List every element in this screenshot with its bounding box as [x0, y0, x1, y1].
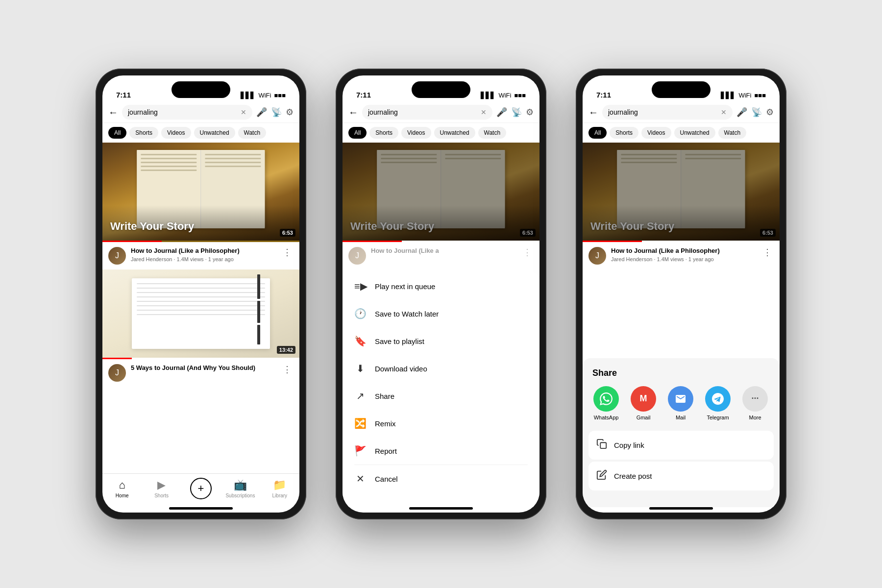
nav-subscriptions-1[interactable]: 📺 Subscriptions [220, 479, 260, 498]
chip-videos-3[interactable]: Videos [641, 127, 671, 139]
battery-icon-3: ■■■ [754, 92, 766, 99]
chip-videos-2[interactable]: Videos [401, 127, 431, 139]
clear-button-1[interactable]: ✕ [241, 108, 246, 116]
signal-icon-2: ▋▋▋ [481, 92, 495, 99]
video-thumb-2[interactable]: 13:42 [102, 270, 299, 359]
more-options-1[interactable]: ⋮ [281, 247, 294, 258]
nav-create-1[interactable]: + [181, 478, 220, 499]
video-thumb-1[interactable]: Write Your Story 6:53 [102, 143, 299, 242]
more-options-2[interactable]: ⋮ [281, 364, 294, 375]
battery-icon-2: ■■■ [514, 92, 526, 99]
chip-shorts-1[interactable]: Shorts [129, 127, 158, 139]
video-progress-2 [102, 358, 132, 359]
search-text-2: journaling [368, 108, 478, 116]
copy-link-label-3: Copy link [614, 441, 644, 449]
video-overlay-text-1: Write Your Story [102, 205, 299, 241]
chip-all-2[interactable]: All [348, 127, 367, 139]
search-input-wrap-2[interactable]: journaling ✕ [362, 105, 492, 120]
search-input-wrap-3[interactable]: journaling ✕ [602, 105, 733, 120]
menu-report-2[interactable]: 🚩 Report [343, 437, 539, 465]
search-bar-2: ← journaling ✕ 🎤 📡 ⚙ [343, 102, 539, 123]
filter-icon-1[interactable]: ⚙ [286, 107, 294, 118]
cast-icon-2[interactable]: 📡 [511, 107, 522, 118]
filter-row-3: All Shorts Videos Unwatched Watch [583, 123, 780, 143]
menu-play-next-label-2: Play next in queue [375, 282, 435, 291]
chip-unwatched-3[interactable]: Unwatched [674, 127, 715, 139]
menu-cancel-2[interactable]: ✕ Cancel [343, 465, 539, 492]
cast-icon-3[interactable]: 📡 [751, 107, 762, 118]
share-app-whatsapp[interactable]: WhatsApp [588, 386, 624, 421]
menu-share-2[interactable]: ↗ Share [343, 382, 539, 410]
menu-remix-label-2: Remix [375, 419, 396, 428]
menu-play-next-2[interactable]: ≡▶ Play next in queue [343, 272, 539, 300]
nav-shorts-1[interactable]: ▶ Shorts [142, 479, 181, 498]
menu-download-label-2: Download video [375, 365, 427, 373]
clear-button-2[interactable]: ✕ [481, 108, 487, 116]
video-progress-3 [583, 241, 642, 242]
chip-unwatched-2[interactable]: Unwatched [434, 127, 475, 139]
chip-all-3[interactable]: All [588, 127, 607, 139]
nav-library-1[interactable]: 📁 Library [260, 479, 299, 498]
video-sub-dimmed-3: Jared Henderson · 1.4M views · 1 year ag… [611, 256, 756, 262]
chip-watch-1[interactable]: Watch [238, 127, 267, 139]
menu-remix-2[interactable]: 🔀 Remix [343, 410, 539, 437]
status-icons-1: ▋▋▋ WiFi ■■■ [241, 92, 286, 99]
back-button-2[interactable]: ← [348, 107, 358, 118]
chip-videos-1[interactable]: Videos [161, 127, 191, 139]
video-duration-2: 13:42 [277, 346, 295, 354]
time-3: 7:11 [596, 91, 611, 99]
chip-shorts-3[interactable]: Shorts [610, 127, 638, 139]
create-button-1[interactable]: + [190, 478, 212, 499]
video-title-dimmed-3: How to Journal (Like a Philosopher) [611, 247, 756, 255]
library-icon-1: 📁 [273, 479, 286, 491]
video-overlay-text-2: Write Your Story [343, 205, 539, 241]
avatar-2: J [108, 364, 126, 382]
video-title-2: 5 Ways to Journal (And Why You Should) [131, 364, 276, 372]
chip-watch-3[interactable]: Watch [718, 127, 747, 139]
menu-save-playlist-label-2: Save to playlist [375, 337, 424, 345]
chip-unwatched-1[interactable]: Unwatched [194, 127, 235, 139]
more-apps-icon: ··· [742, 386, 768, 412]
mic-icon-3[interactable]: 🎤 [736, 107, 747, 118]
filter-icon-2[interactable]: ⚙ [526, 107, 534, 118]
share-app-gmail[interactable]: M Gmail [626, 386, 661, 421]
back-button-1[interactable]: ← [108, 107, 118, 118]
video-duration-2b: 6:53 [520, 229, 536, 237]
cancel-icon-2: ✕ [354, 473, 366, 485]
menu-save-playlist-2[interactable]: 🔖 Save to playlist [343, 327, 539, 355]
more-options-dimmed-3: ⋮ [761, 247, 774, 258]
mic-icon-2[interactable]: 🎤 [496, 107, 507, 118]
clear-button-3[interactable]: ✕ [721, 108, 727, 116]
video-duration-1: 6:53 [280, 229, 295, 237]
share-app-mail[interactable]: Mail [663, 386, 698, 421]
create-post-button-3[interactable]: Create post [588, 462, 774, 490]
menu-download-2[interactable]: ⬇ Download video [343, 355, 539, 382]
menu-watch-later-2[interactable]: 🕐 Save to Watch later [343, 300, 539, 327]
signal-icon-1: ▋▋▋ [241, 92, 255, 99]
chip-shorts-2[interactable]: Shorts [369, 127, 398, 139]
mic-icon-1[interactable]: 🎤 [256, 107, 267, 118]
share-app-more[interactable]: ··· More [737, 386, 773, 421]
create-post-label-3: Create post [614, 472, 652, 480]
age-1: 1 year ago [208, 256, 234, 262]
video-duration-3: 6:53 [760, 229, 776, 237]
wifi-icon-1: WiFi [258, 92, 271, 99]
copy-link-button-3[interactable]: Copy link [588, 431, 774, 460]
search-input-wrap-1[interactable]: journaling ✕ [122, 105, 252, 120]
share-title-3: Share [583, 368, 780, 386]
remix-icon-2: 🔀 [354, 417, 366, 429]
chip-all-1[interactable]: All [108, 127, 126, 139]
wifi-icon-3: WiFi [738, 92, 751, 99]
filter-icon-3[interactable]: ⚙ [766, 107, 774, 118]
video-overlay-text-3: Write Your Story [583, 205, 780, 241]
queue-icon-2: ≡▶ [354, 280, 366, 292]
cast-icon-1[interactable]: 📡 [271, 107, 282, 118]
nav-home-1[interactable]: ⌂ Home [102, 479, 142, 498]
mail-label: Mail [676, 415, 686, 421]
chip-watch-2[interactable]: Watch [478, 127, 507, 139]
post-icon-3 [596, 469, 607, 483]
search-text-3: journaling [608, 108, 718, 116]
share-app-telegram[interactable]: Telegram [700, 386, 735, 421]
search-bar-1: ← journaling ✕ 🎤 📡 ⚙ [102, 102, 299, 123]
back-button-3[interactable]: ← [588, 107, 598, 118]
